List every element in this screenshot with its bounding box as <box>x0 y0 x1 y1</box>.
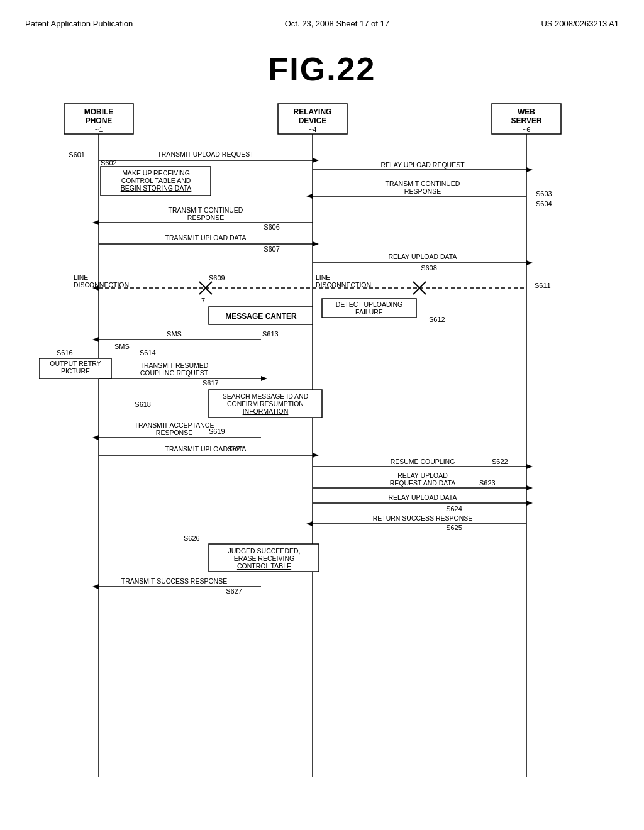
svg-marker-79 <box>261 376 267 381</box>
svg-text:S627: S627 <box>226 587 242 595</box>
svg-text:DISCONNECTION: DISCONNECTION <box>316 281 371 289</box>
svg-text:TRANSMIT SUCCESS RESPONSE: TRANSMIT SUCCESS RESPONSE <box>121 577 227 585</box>
svg-text:CONTROL TABLE: CONTROL TABLE <box>237 562 291 570</box>
svg-text:TRANSMIT UPLOAD REQUEST: TRANSMIT UPLOAD REQUEST <box>157 150 254 158</box>
svg-text:CONFIRM RESUMPTION: CONFIRM RESUMPTION <box>227 400 304 407</box>
svg-text:RELAY UPLOAD REQUEST: RELAY UPLOAD REQUEST <box>380 161 465 169</box>
svg-text:S613: S613 <box>262 330 279 338</box>
svg-marker-26 <box>526 167 533 172</box>
svg-text:RELAY UPLOAD DATA: RELAY UPLOAD DATA <box>389 494 457 501</box>
svg-marker-102 <box>526 485 533 490</box>
svg-text:S602: S602 <box>101 159 117 167</box>
svg-text:S603: S603 <box>536 190 552 197</box>
header-center: Oct. 23, 2008 Sheet 17 of 17 <box>285 19 389 28</box>
svg-text:S611: S611 <box>535 282 551 289</box>
svg-text:JUDGED SUCCEEDED,: JUDGED SUCCEEDED, <box>228 547 301 555</box>
svg-text:REQUEST AND DATA: REQUEST AND DATA <box>390 479 455 487</box>
svg-text:RESPONSE: RESPONSE <box>404 187 441 195</box>
svg-text:PICTURE: PICTURE <box>61 367 90 375</box>
svg-text:S618: S618 <box>135 401 151 408</box>
svg-marker-119 <box>92 584 99 589</box>
svg-text:MAKE UP RECEIVING: MAKE UP RECEIVING <box>122 169 190 177</box>
svg-text:COUPLING REQUEST: COUPLING REQUEST <box>140 369 209 377</box>
svg-text:S608: S608 <box>421 264 437 272</box>
svg-text:RESPONSE: RESPONSE <box>187 214 224 221</box>
svg-marker-106 <box>526 501 533 506</box>
svg-text:MESSAGE CANTER: MESSAGE CANTER <box>225 312 297 321</box>
svg-text:RELAYING: RELAYING <box>294 108 332 116</box>
svg-text:S601: S601 <box>69 151 85 158</box>
header-left: Patent Application Publication <box>25 19 133 28</box>
svg-text:S607: S607 <box>264 245 280 253</box>
svg-text:RESUME COUPLING: RESUME COUPLING <box>391 458 455 465</box>
diagram-svg: MOBILE PHONE ~1 RELAYING DEVICE ~4 WEB S… <box>39 101 605 780</box>
svg-marker-17 <box>313 158 319 163</box>
svg-text:S623: S623 <box>479 479 496 487</box>
svg-text:RETURN SUCCESS RESPONSE: RETURN SUCCESS RESPONSE <box>373 514 473 522</box>
svg-text:BEGIN STORING DATA: BEGIN STORING DATA <box>121 184 192 192</box>
svg-text:S606: S606 <box>264 223 280 231</box>
header: Patent Application Publication Oct. 23, … <box>25 13 619 31</box>
svg-text:~4: ~4 <box>309 126 317 133</box>
svg-text:PHONE: PHONE <box>86 116 113 125</box>
svg-text:RELAY UPLOAD: RELAY UPLOAD <box>397 472 448 479</box>
svg-text:SMS: SMS <box>114 343 130 350</box>
svg-marker-97 <box>526 464 533 469</box>
svg-text:S604: S604 <box>536 200 552 208</box>
page: Patent Application Publication Oct. 23, … <box>0 0 644 830</box>
svg-text:7: 7 <box>201 297 205 304</box>
svg-text:RELAY UPLOAD DATA: RELAY UPLOAD DATA <box>389 253 457 260</box>
svg-marker-110 <box>306 521 313 526</box>
svg-marker-68 <box>92 337 99 342</box>
svg-text:S616: S616 <box>57 349 73 357</box>
header-right: US 2008/0263213 A1 <box>541 19 619 28</box>
svg-marker-36 <box>92 220 99 225</box>
svg-text:LINE: LINE <box>74 274 88 281</box>
svg-marker-40 <box>313 241 319 246</box>
svg-text:S622: S622 <box>492 458 508 465</box>
svg-text:CONTROL TABLE AND: CONTROL TABLE AND <box>121 177 191 184</box>
svg-marker-93 <box>313 453 319 458</box>
svg-text:TRANSMIT UPLOAD DATA: TRANSMIT UPLOAD DATA <box>165 234 247 241</box>
svg-text:~6: ~6 <box>523 126 531 133</box>
svg-text:TRANSMIT CONTINUED: TRANSMIT CONTINUED <box>169 206 243 214</box>
svg-text:S617: S617 <box>203 379 219 387</box>
svg-text:DETECT UPLOADING: DETECT UPLOADING <box>336 301 403 308</box>
svg-text:DEVICE: DEVICE <box>299 116 327 125</box>
svg-text:S619: S619 <box>209 428 225 435</box>
svg-text:OUTPUT RETRY: OUTPUT RETRY <box>50 360 101 367</box>
svg-text:DISCONNECTION: DISCONNECTION <box>74 281 129 289</box>
svg-text:~1: ~1 <box>95 126 103 133</box>
svg-text:S625: S625 <box>446 524 462 531</box>
svg-text:ERASE RECEIVING: ERASE RECEIVING <box>234 555 294 562</box>
svg-text:S612: S612 <box>429 316 445 323</box>
svg-marker-44 <box>526 260 533 265</box>
svg-text:S621: S621 <box>228 445 244 453</box>
svg-text:S614: S614 <box>140 349 156 357</box>
diagram: MOBILE PHONE ~1 RELAYING DEVICE ~4 WEB S… <box>39 101 605 780</box>
svg-text:WEB: WEB <box>518 108 535 116</box>
svg-text:SERVER: SERVER <box>511 116 541 125</box>
svg-text:MOBILE: MOBILE <box>84 108 114 116</box>
fig-title: FIG.22 <box>25 50 619 88</box>
svg-text:SEARCH  MESSAGE ID AND: SEARCH MESSAGE ID AND <box>223 392 309 400</box>
svg-text:S626: S626 <box>184 534 200 542</box>
svg-text:SMS: SMS <box>167 330 182 338</box>
svg-text:TRANSMIT ACCEPTANCE: TRANSMIT ACCEPTANCE <box>135 421 214 429</box>
svg-text:S609: S609 <box>209 274 225 282</box>
svg-text:TRANSMIT RESUMED: TRANSMIT RESUMED <box>140 362 209 369</box>
svg-text:S624: S624 <box>446 505 462 512</box>
svg-text:RESPONSE: RESPONSE <box>156 429 192 436</box>
svg-text:LINE: LINE <box>316 274 330 281</box>
svg-text:TRANSMIT CONTINUED: TRANSMIT CONTINUED <box>386 180 460 187</box>
svg-marker-30 <box>306 194 313 199</box>
svg-text:FAILURE: FAILURE <box>355 308 383 316</box>
svg-text:INFORMATION: INFORMATION <box>243 407 289 415</box>
svg-marker-89 <box>92 435 99 440</box>
